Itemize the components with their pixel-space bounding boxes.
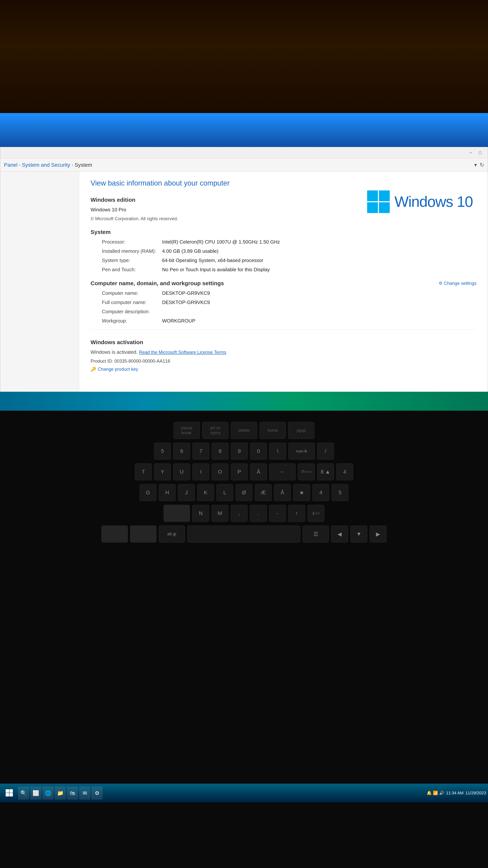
key-a-ring[interactable]: Å <box>250 463 267 480</box>
key-o[interactable]: O <box>212 463 229 480</box>
key-l[interactable]: L <box>216 484 233 501</box>
dropdown-icon[interactable]: ▾ <box>474 162 477 168</box>
refresh-icon[interactable]: ↻ <box>480 162 484 168</box>
store-button[interactable]: 🛍 <box>67 786 78 800</box>
change-settings-text: Change settings <box>444 281 477 286</box>
key-p[interactable]: P <box>231 463 248 480</box>
key-menu[interactable]: ☰ <box>302 526 329 542</box>
key-comma[interactable]: , <box>231 505 248 522</box>
key-fn[interactable] <box>130 526 157 542</box>
svg-rect-4 <box>6 789 9 793</box>
copyright-text: © Microsoft Corporation. All rights rese… <box>91 216 477 221</box>
key-8[interactable]: 8 <box>212 443 229 460</box>
windows-logo-area: Windows 10 <box>367 190 473 213</box>
key-m[interactable]: M <box>212 505 228 522</box>
svg-rect-0 <box>367 190 378 201</box>
keyboard-row-2: 5 6 7 8 9 0 \ num lk / <box>154 443 334 460</box>
key-arrow-right[interactable]: ▶ <box>369 526 387 542</box>
activation-license-link[interactable]: Read the Microsoft Software License Term… <box>139 350 226 355</box>
key-icon: 🔑 <box>91 367 96 372</box>
svg-rect-2 <box>367 202 378 213</box>
key-arrow-down[interactable]: ▼ <box>350 526 367 542</box>
windows-logo-text: Windows 10 <box>394 193 473 210</box>
key-k[interactable]: K <box>197 484 214 501</box>
control-panel-taskbar-button[interactable]: ⚙ <box>91 786 103 800</box>
key-ctrl-left[interactable] <box>101 526 128 542</box>
key-h[interactable]: H <box>159 484 176 501</box>
key-arrow-left[interactable]: ◀ <box>331 526 348 542</box>
key-t[interactable]: T <box>135 463 152 480</box>
mail-button[interactable]: ✉ <box>79 786 90 800</box>
key-numlk[interactable]: num lk <box>288 443 315 460</box>
key-period[interactable]: . <box>250 505 267 522</box>
change-product-key-link[interactable]: 🔑 Change product key <box>91 367 477 372</box>
key-num4[interactable]: 4 <box>336 463 353 480</box>
key-y[interactable]: Y <box>154 463 171 480</box>
key-altgr[interactable]: alt gr <box>159 526 185 542</box>
search-button[interactable]: 🔍 <box>18 786 29 800</box>
key-dash[interactable]: - <box>269 505 286 522</box>
key-o-slash[interactable]: Ø <box>235 484 253 501</box>
key-a-ring-2[interactable]: Å <box>274 484 291 501</box>
key-backspace[interactable]: ← <box>269 463 296 480</box>
key-numslash[interactable]: / <box>317 443 334 460</box>
key-num5[interactable]: 5 <box>331 484 349 501</box>
key-9[interactable]: 9 <box>231 443 248 460</box>
task-view-button[interactable]: ⬜ <box>30 786 41 800</box>
key-u[interactable]: U <box>173 463 190 480</box>
minimize-button[interactable]: − <box>467 150 475 156</box>
key-pgup[interactable]: pgup <box>288 422 315 439</box>
change-settings-link[interactable]: ⚙ Change settings <box>439 281 477 286</box>
computer-description-row: Computer description: <box>91 309 477 315</box>
keyboard-row-5: N M , . - ↑ 1 end <box>164 505 324 522</box>
activation-heading: Windows activation <box>91 339 477 345</box>
key-shift-left[interactable] <box>164 505 190 522</box>
pen-touch-row: Pen and Touch: No Pen or Touch Input is … <box>91 267 477 273</box>
start-icon <box>6 789 13 797</box>
key-ae[interactable]: Æ <box>255 484 272 501</box>
full-computer-name-value: DESKTOP-GR9VKC9 <box>162 300 477 305</box>
key-space[interactable] <box>187 526 300 542</box>
key-g[interactable]: G <box>139 484 157 501</box>
key-num1[interactable]: 1 end <box>307 505 324 522</box>
file-explorer-button[interactable]: 📁 <box>55 786 66 800</box>
workgroup-label: Workgroup: <box>91 318 162 324</box>
key-num8[interactable]: 8 ▲ <box>317 463 334 480</box>
key-star[interactable]: ★ <box>293 484 310 501</box>
svg-rect-6 <box>6 793 9 797</box>
system-type-value: 64-bit Operating System, x64-based proce… <box>162 257 477 264</box>
start-button[interactable] <box>2 786 17 800</box>
breadcrumb-sep-1: › <box>19 162 20 167</box>
key-backslash[interactable]: \ <box>269 443 286 460</box>
key-5[interactable]: 5 <box>154 443 171 460</box>
key-j[interactable]: J <box>178 484 195 501</box>
windows-logo-icon <box>367 190 390 213</box>
breadcrumb-system-security[interactable]: System and Security <box>22 162 70 168</box>
svg-rect-5 <box>9 789 13 793</box>
key-num4b[interactable]: 4 <box>312 484 329 501</box>
key-delete[interactable]: delete <box>231 422 257 439</box>
breadcrumb-panel[interactable]: Panel <box>4 162 18 168</box>
keyboard-row-1: pausebreak prt scsysrq delete home pgup <box>173 422 315 439</box>
edge-button[interactable]: 🌐 <box>42 786 54 800</box>
key-prtsc[interactable]: prt scsysrq <box>202 422 229 439</box>
computer-name-label: Computer name: <box>91 290 162 296</box>
maximize-button[interactable]: □ <box>477 150 484 156</box>
page-title: View basic information about your comput… <box>91 179 477 187</box>
title-bar: − □ <box>0 147 488 158</box>
key-6[interactable]: 6 <box>173 443 190 460</box>
main-content: Windows 10 View basic information about … <box>79 172 488 392</box>
key-arrow-up[interactable]: ↑ <box>288 505 305 522</box>
key-0[interactable]: 0 <box>250 443 267 460</box>
system-type-label: System type: <box>91 257 162 264</box>
key-num7[interactable]: 7 home <box>298 463 315 480</box>
key-n[interactable]: N <box>192 505 209 522</box>
left-nav <box>0 172 79 392</box>
key-7[interactable]: 7 <box>192 443 209 460</box>
key-i[interactable]: I <box>192 463 209 480</box>
key-pause-break[interactable]: pausebreak <box>173 422 200 439</box>
tray-icons: 🔔 📶 🔊 <box>427 790 444 796</box>
key-home[interactable]: home <box>259 422 286 439</box>
ram-label: Installed memory (RAM): <box>91 248 162 254</box>
taskbar: 🔍 ⬜ 🌐 📁 🛍 ✉ ⚙ 🔔 📶 🔊 11:34 AM 11/29/2023 <box>0 784 488 802</box>
